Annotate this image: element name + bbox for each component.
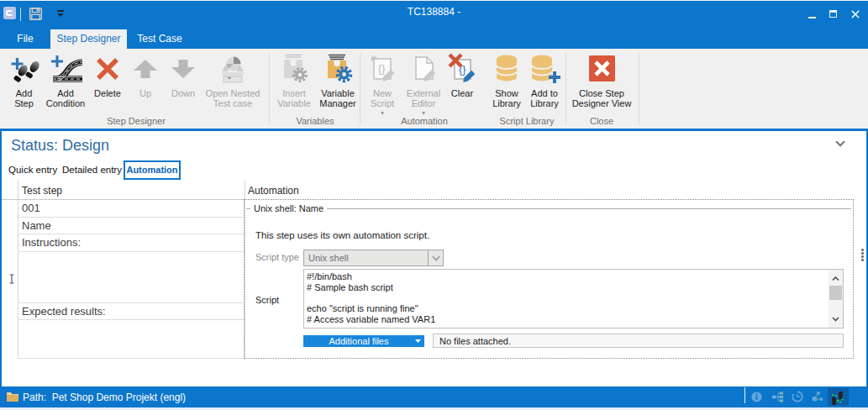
svg-text:{}: {} (378, 62, 386, 75)
